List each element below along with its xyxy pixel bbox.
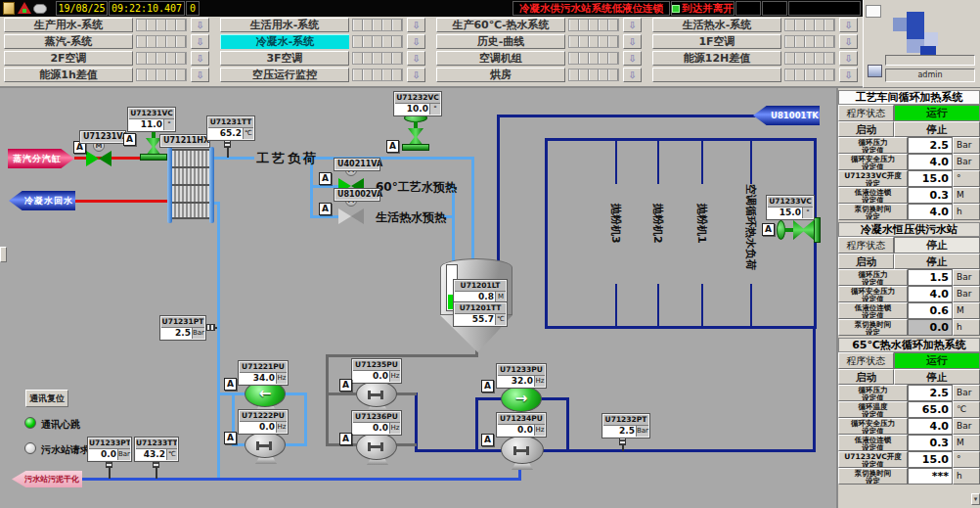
pump-u71222pu[interactable]: [245, 432, 286, 458]
nav-btn-energy-12h[interactable]: 能源12H差值: [652, 51, 781, 66]
valve-u71232vc[interactable]: [402, 114, 429, 153]
chevron-down-icon[interactable]: ⇩: [407, 34, 425, 49]
nav-btn-history-curve[interactable]: 历史-曲线: [436, 34, 565, 49]
nav-btn-ahu[interactable]: 空调机组: [436, 51, 565, 66]
scrollbar-down-arrow[interactable]: ▾: [971, 493, 980, 505]
auto-badge[interactable]: A: [224, 378, 237, 391]
param-value[interactable]: 65.0: [908, 401, 953, 418]
auto-badge[interactable]: A: [123, 133, 136, 146]
valve-u71231va[interactable]: [86, 151, 111, 166]
tag-value[interactable]: 15.0: [768, 208, 802, 218]
nav-btn-1f-ac[interactable]: 1F空调: [652, 34, 781, 49]
nav-btn-2f-ac[interactable]: 2F空调: [4, 51, 133, 66]
process-diagram: 蒸汽分汽缸 冷凝水回水 U81001TK 污水站污泥干化 A U71231VA …: [0, 88, 980, 508]
pump-u71233pu[interactable]: →: [501, 386, 542, 412]
nav-btn-drying-room[interactable]: 烘房: [436, 68, 565, 82]
chevron-down-icon[interactable]: ⇩: [623, 51, 642, 66]
chevron-down-icon[interactable]: ⇩: [407, 68, 425, 82]
pump-u71221pu[interactable]: ←: [245, 381, 286, 407]
pump-u71234pu[interactable]: [501, 436, 544, 464]
chevron-down-icon[interactable]: ⇩: [839, 51, 858, 66]
auto-badge[interactable]: A: [339, 379, 352, 392]
chevron-down-icon[interactable]: ⇩: [191, 18, 209, 32]
param-value[interactable]: 4.0: [908, 154, 953, 170]
pressure-sensor-icon: [206, 324, 215, 331]
start-button[interactable]: 启动: [838, 254, 894, 269]
pipe-sewage-line: [82, 478, 521, 481]
stop-button[interactable]: 停止: [894, 369, 980, 385]
auto-badge[interactable]: A: [319, 172, 332, 185]
nav-btn-empty[interactable]: [652, 68, 781, 82]
heat-exchanger-u71211hx[interactable]: [172, 149, 209, 219]
stop-button[interactable]: 停止: [894, 254, 980, 269]
auto-badge[interactable]: A: [224, 432, 237, 444]
param-value[interactable]: 4.0: [908, 418, 953, 435]
tag-value[interactable]: 10.0: [395, 104, 429, 115]
program-status-value: 停止: [894, 237, 980, 254]
chevron-down-icon[interactable]: ⇩: [839, 34, 858, 49]
chevron-down-icon[interactable]: ⇩: [191, 51, 209, 66]
nav-btn-energy-1h[interactable]: 能源1h差值: [4, 68, 133, 82]
pump-u71235pu[interactable]: [356, 381, 397, 407]
param-value-editing[interactable]: 0.0: [908, 319, 953, 336]
login-field-empty[interactable]: [885, 55, 975, 66]
powder-machine-2-label: 抛粉机2: [650, 204, 665, 244]
auto-badge[interactable]: A: [386, 140, 399, 153]
param-value[interactable]: 15.0: [908, 170, 953, 187]
param-value[interactable]: 0.3: [908, 435, 953, 451]
param-value[interactable]: 4.0: [908, 204, 953, 220]
param-value[interactable]: 2.5: [908, 385, 953, 401]
scrollbar-nub[interactable]: [0, 247, 7, 262]
chevron-down-icon[interactable]: ⇩: [407, 51, 425, 66]
param-value[interactable]: 0.6: [908, 302, 953, 319]
chevron-down-icon[interactable]: ⇩: [407, 18, 425, 32]
start-button[interactable]: 启动: [838, 121, 894, 137]
chevron-down-icon[interactable]: ⇩: [623, 34, 642, 49]
username-field[interactable]: admin: [885, 69, 975, 82]
tag-value[interactable]: 11.0: [129, 119, 163, 130]
alarm-banner[interactable]: 冷凝水供污水站系统低液位连锁: [512, 1, 670, 16]
param-value[interactable]: 15.0: [908, 451, 953, 468]
document-icon[interactable]: [3, 2, 15, 15]
nav-btn-3f-ac[interactable]: 3F空调: [220, 51, 349, 66]
chevron-down-icon[interactable]: ⇩: [623, 68, 642, 82]
pump-u71236pu[interactable]: [356, 433, 397, 460]
valve-u71233vc[interactable]: [777, 217, 822, 243]
nav-btn-condensate-active[interactable]: 冷凝水-系统: [220, 34, 349, 49]
mini-button[interactable]: [866, 5, 881, 18]
param-value[interactable]: 0.3: [908, 187, 953, 204]
auto-badge[interactable]: A: [762, 223, 775, 236]
minimize-icon[interactable]: [33, 4, 47, 14]
auto-badge[interactable]: A: [481, 380, 494, 393]
pipe-loop-return-right: [813, 329, 816, 452]
chevron-down-icon[interactable]: ⇩: [191, 68, 209, 82]
program-status-value: 运行: [894, 352, 980, 369]
nav-btn-steam[interactable]: 蒸汽-系统: [4, 34, 133, 49]
param-value[interactable]: 2.5: [908, 137, 953, 154]
start-button[interactable]: 启动: [838, 369, 894, 385]
nav-cell: 生活热水-系统 ⇩: [648, 18, 865, 32]
stop-button[interactable]: 停止: [894, 121, 980, 137]
chevron-down-icon[interactable]: ⇩: [839, 68, 858, 82]
comm-reset-button[interactable]: 通讯复位: [25, 390, 68, 407]
param-value[interactable]: 1.5: [908, 269, 953, 286]
param-label: U71233VC开度设定: [838, 170, 908, 187]
alarm-ack-box[interactable]: 到达并离开: [671, 1, 735, 16]
printer-icon[interactable]: [868, 65, 882, 77]
nav-btn-domestic-water[interactable]: 生活用水-系统: [220, 18, 349, 32]
auto-badge[interactable]: A: [339, 433, 352, 445]
valve-u81002va[interactable]: [338, 208, 364, 224]
chevron-down-icon[interactable]: ⇩: [839, 18, 858, 32]
auto-badge[interactable]: A: [481, 434, 494, 446]
auto-badge[interactable]: A: [319, 203, 332, 215]
param-value[interactable]: ***: [908, 468, 953, 485]
nav-btn-production-60-hotwater[interactable]: 生产60℃-热水系统: [436, 18, 565, 32]
nav-btn-domestic-hotwater[interactable]: 生活热水-系统: [652, 18, 781, 32]
nav-btn-air-compressor[interactable]: 空压运行监控: [220, 68, 349, 82]
chevron-down-icon[interactable]: ⇩: [623, 18, 642, 32]
pump-base: [512, 463, 533, 470]
nav-btn-production-water[interactable]: 生产用水-系统: [4, 18, 133, 32]
nav-cell: 生产60℃-热水系统 ⇩: [432, 18, 648, 32]
chevron-down-icon[interactable]: ⇩: [191, 34, 209, 49]
param-value[interactable]: 4.0: [908, 286, 953, 302]
